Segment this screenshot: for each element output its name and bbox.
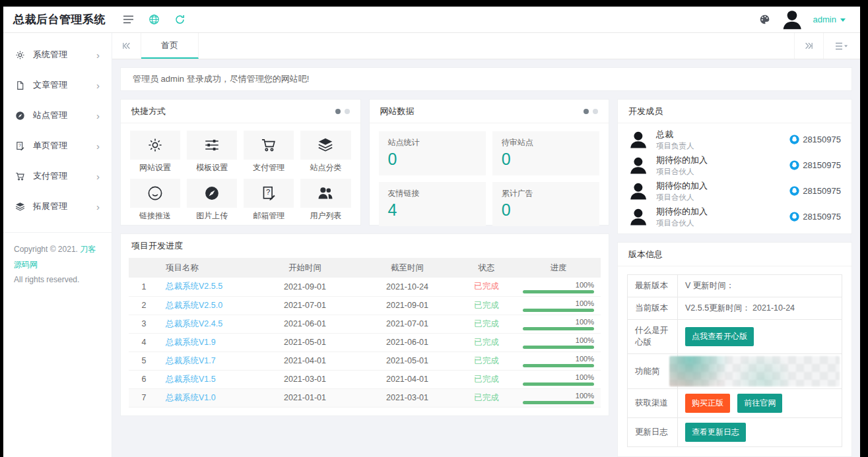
version-card: 版本信息 最新版本 V 更新时间： 当前版本 [617,242,852,457]
member-role: 项目合伙人 [656,167,708,177]
carousel-dot-active[interactable] [584,109,589,114]
qq-icon [789,186,799,196]
status-badge: 已完成 [474,319,499,328]
shortcut-site-settings[interactable]: 网站设置 [130,131,180,173]
project-link[interactable]: 总裁系统V1.9 [166,338,216,347]
end-date: 2021-04-01 [358,370,457,388]
member-qq-number: 28150975 [803,135,841,144]
view-happy-version-button[interactable]: 点我查看开心版 [685,327,754,346]
chevron-right-icon: › [96,171,100,181]
top-header: 总裁后台管理系统 admin [3,7,860,33]
carousel-dot[interactable] [593,109,598,114]
projects-table: 项目名称 开始时间 截至时间 状态 进度 [129,258,601,408]
member-name: 期待你的加入 [656,154,708,166]
stat-label: 友情链接 [388,188,477,199]
progress-bar [523,382,594,386]
chevron-right-icon: › [96,141,100,151]
shortcut-link-push[interactable]: 链接推送 [130,179,180,222]
project-link[interactable]: 总裁系统V2.5.5 [166,282,222,291]
layers-icon [15,202,25,212]
tab-home[interactable]: 首页 [141,33,199,59]
end-date: 2021-07-01 [358,315,457,333]
row-index: 3 [129,315,159,333]
sidebar-item-sites[interactable]: 站点管理 › [3,100,112,131]
table-row: 1 总裁系统V2.5.5 2021-09-01 2021-10-24 已完成 1… [129,278,601,296]
gear-icon [15,50,25,60]
cart-icon [261,137,277,153]
users-icon [317,185,333,201]
progress-percent: 100% [523,280,594,289]
table-row: 2 总裁系统V2.5.0 2021-07-01 2021-09-01 已完成 1… [129,296,601,315]
start-date: 2021-09-01 [252,278,358,296]
palette-icon[interactable] [759,14,770,25]
status-badge: 已完成 [474,301,499,310]
globe-icon[interactable] [149,14,160,25]
project-link[interactable]: 总裁系统V2.5.0 [166,301,222,310]
end-date: 2021-06-01 [358,333,457,351]
shortcut-image-upload[interactable]: 图片上传 [187,179,237,222]
hamburger-menu-icon[interactable] [123,15,134,24]
carousel-dot-active[interactable] [335,109,341,114]
header-right-actions: admin [759,7,860,32]
member-row: 期待你的加入 项目合伙人 28150975 [628,152,841,178]
members-card-title: 开发成员 [628,106,663,117]
gear-icon [147,137,163,153]
progress-bar [523,309,594,312]
shortcut-mailbox[interactable]: ? 邮箱管理 [244,179,294,222]
shortcut-payment[interactable]: 支付管理 [244,131,294,173]
sidebar-item-payments[interactable]: 支付管理 › [3,161,112,191]
table-row: 4 总裁系统V1.9 2021-05-01 2021-06-01 已完成 100… [129,333,601,351]
stat-value: 4 [388,200,477,220]
shortcuts-card: 快捷方式 网站设 [120,99,361,226]
start-date: 2021-06-01 [252,315,358,333]
end-date: 2021-09-01 [358,296,457,315]
sidebar-item-system[interactable]: 系统管理 › [3,40,112,70]
sidebar-item-pages[interactable]: ? 单页管理 › [3,131,112,161]
admin-dropdown[interactable]: admin [813,15,846,24]
version-card-title: 版本信息 [628,249,663,260]
qq-icon [789,135,799,144]
project-link[interactable]: 总裁系统V1.7 [166,356,216,365]
row-index: 2 [129,296,159,315]
row-index: 6 [129,370,159,388]
member-name: 总裁 [656,129,694,140]
carousel-dots [335,109,350,114]
member-qq-number: 28150975 [803,160,841,170]
projects-card-title: 项目开发进度 [131,240,183,252]
page-edit-icon: ? [15,141,25,151]
view-changelog-button[interactable]: 查看更新日志 [685,423,746,442]
buy-genuine-button[interactable]: 购买正版 [685,394,730,413]
screen-background: 总裁后台管理系统 admin [0,0,868,457]
stat-label: 累计广告 [502,188,590,199]
skip-back-icon[interactable] [112,33,141,59]
carousel-dot[interactable] [345,109,350,114]
document-icon [15,80,25,90]
start-date: 2021-03-01 [252,370,358,388]
app-logo: 总裁后台管理系统 [3,7,112,32]
compass-icon [204,185,220,201]
member-avatar [628,156,648,175]
sidebar-item-articles[interactable]: 文章管理 › [3,70,112,100]
member-row: 期待你的加入 项目合伙人 28150975 [628,178,841,204]
app-window: 总裁后台管理系统 admin [3,7,860,457]
shortcut-user-list[interactable]: 用户列表 [300,179,351,222]
refresh-icon[interactable] [174,14,185,25]
shortcut-template-settings[interactable]: 模板设置 [187,131,237,173]
version-row-current: 当前版本 V2.5.5更新时间： 2021-10-24 [628,297,842,319]
user-avatar[interactable] [781,9,803,30]
progress-bar [523,401,594,404]
version-row-latest: 最新版本 V 更新时间： [628,275,842,297]
official-site-button[interactable]: 前往官网 [737,394,782,413]
project-link[interactable]: 总裁系统V2.4.5 [166,319,222,328]
skip-forward-icon[interactable] [794,33,823,59]
shortcut-site-category[interactable]: 站点分类 [300,131,351,173]
version-row-happy: 什么是开心版 点我查看开心版 [628,319,842,354]
tab-list-icon[interactable] [823,33,860,59]
project-link[interactable]: 总裁系统V1.5 [166,375,216,384]
admin-username: admin [813,15,836,24]
sidebar-item-extensions[interactable]: 拓展管理 › [3,191,112,222]
member-avatar [628,181,648,200]
project-link[interactable]: 总裁系统V1.0 [166,393,216,402]
qq-icon [789,212,799,222]
compass-icon [15,111,25,121]
